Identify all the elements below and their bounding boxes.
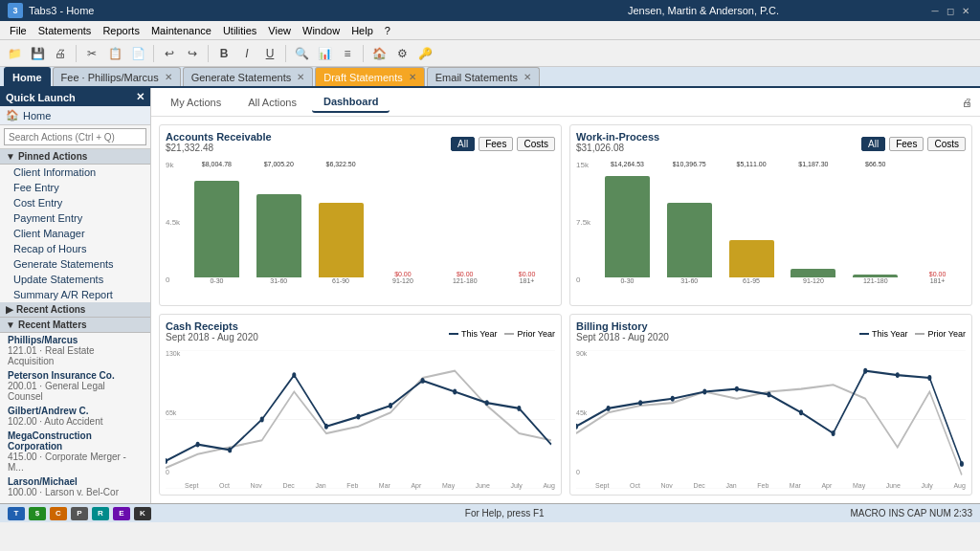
recent-label: Recent Actions	[16, 304, 85, 315]
sidebar-home[interactable]: 🏠 Home	[0, 106, 150, 125]
print-dashboard-btn[interactable]: 🖨	[962, 97, 972, 108]
minimize-btn[interactable]: ─	[928, 4, 942, 17]
wip-filter-costs[interactable]: Costs	[927, 137, 966, 151]
menu-maintenance[interactable]: Maintenance	[145, 23, 217, 38]
tab-generate-close[interactable]: ✕	[297, 72, 304, 82]
status-icon-5[interactable]: R	[92, 507, 109, 520]
sidebar-item-ar-report[interactable]: Summary A/R Report	[0, 287, 150, 302]
menu-statements[interactable]: Statements	[33, 23, 98, 38]
wip-filter-all[interactable]: All	[861, 137, 885, 151]
print-btn[interactable]: 🖨	[50, 43, 71, 64]
tab-all-actions[interactable]: All Actions	[236, 93, 308, 112]
menu-view[interactable]: View	[262, 23, 297, 38]
italic-btn[interactable]: I	[236, 43, 257, 64]
sidebar-matter-gilbert[interactable]: Gilbert/Andrew C. 102.00 · Auto Accident	[0, 404, 150, 429]
matter-sub-2: 200.01 · General Legal Counsel	[8, 381, 143, 402]
quick-launch-label: Quick Launch	[6, 92, 76, 103]
matter-sub-1: 121.01 · Real Estate Acquisition	[8, 345, 143, 366]
list-btn[interactable]: ≡	[337, 43, 358, 64]
search-btn[interactable]: 🔍	[291, 43, 312, 64]
tab-my-actions[interactable]: My Actions	[159, 93, 233, 112]
tab-dashboard[interactable]: Dashboard	[312, 92, 390, 113]
status-icons: T $ C P R E K	[8, 507, 151, 520]
matter-name-5: Larson/Michael	[8, 476, 143, 487]
sidebar-matter-mega[interactable]: MegaConstruction Corporation 415.00 · Co…	[0, 429, 150, 474]
tab-email[interactable]: Email Statements ✕	[427, 67, 540, 86]
toolbar-sep-4	[285, 45, 286, 62]
copy-btn[interactable]: 📋	[104, 43, 125, 64]
sidebar-item-client-info[interactable]: Client Information	[0, 165, 150, 180]
menu-file[interactable]: File	[4, 23, 33, 38]
wip-bar-31-60: $10,396.75 31-60	[661, 161, 718, 284]
billing-chart-area: 90k 45k 0 Sept Oct Nov Dec Jan Feb Mar A…	[576, 350, 966, 489]
underline-btn[interactable]: U	[259, 43, 280, 64]
sidebar-matter-phillips[interactable]: Phillips/Marcus 121.01 · Real Estate Acq…	[0, 333, 150, 368]
tab-generate[interactable]: Generate Statements ✕	[183, 67, 314, 86]
cash-x-apr: Apr	[411, 482, 421, 489]
ar-bar-91-120: $0.00 91-120	[374, 161, 431, 284]
tab-home[interactable]: Home	[4, 67, 51, 86]
cash-point-jan	[292, 372, 296, 378]
close-btn[interactable]: ✕	[959, 4, 972, 17]
sidebar-item-gen-stmt[interactable]: Generate Statements	[0, 256, 150, 272]
undo-btn[interactable]: ↩	[159, 43, 180, 64]
billing-prior-year-line	[576, 385, 962, 474]
menu-utilities[interactable]: Utilities	[217, 23, 262, 38]
tab-draft-close[interactable]: ✕	[409, 72, 416, 82]
cash-subtitle: Sept 2018 - Aug 2020	[166, 332, 258, 342]
sidebar-item-recap[interactable]: Recap of Hours	[0, 241, 150, 256]
matters-label: Recent Matters	[18, 320, 87, 330]
cash-x-sept: Sept	[185, 482, 198, 489]
sidebar-item-cost-entry[interactable]: Cost Entry	[0, 195, 150, 210]
sidebar-close-icon[interactable]: ✕	[136, 91, 145, 103]
menu-reports[interactable]: Reports	[97, 23, 145, 38]
status-icon-4[interactable]: P	[71, 507, 88, 520]
tab-email-close[interactable]: ✕	[523, 72, 531, 82]
wip-filter-fees[interactable]: Fees	[889, 137, 924, 151]
ar-filter-all[interactable]: All	[451, 137, 475, 151]
menu-question[interactable]: ?	[379, 23, 396, 38]
status-icon-1[interactable]: T	[8, 507, 25, 520]
status-icon-7[interactable]: K	[134, 507, 151, 520]
restore-btn[interactable]: ◻	[944, 4, 957, 17]
paste-btn[interactable]: 📄	[127, 43, 148, 64]
sidebar-matter-peterson[interactable]: Peterson Insurance Co. 200.01 · General …	[0, 368, 150, 404]
pinned-actions-header[interactable]: ▼ Pinned Actions	[0, 149, 150, 165]
settings-btn[interactable]: ⚙	[391, 43, 412, 64]
status-icon-2[interactable]: $	[29, 507, 46, 520]
cut-btn[interactable]: ✂	[81, 43, 102, 64]
ar-filter-fees[interactable]: Fees	[479, 137, 513, 151]
status-icon-6[interactable]: E	[113, 507, 130, 520]
save-btn[interactable]: 💾	[27, 43, 48, 64]
tab-fee-phillips[interactable]: Fee · Phillips/Marcus ✕	[53, 67, 181, 86]
billing-legend: This Year Prior Year	[859, 329, 966, 339]
menu-window[interactable]: Window	[297, 23, 345, 38]
bold-btn[interactable]: B	[213, 43, 234, 64]
billing-this-year-line	[576, 371, 962, 464]
ar-filter-costs[interactable]: Costs	[517, 137, 555, 151]
menu-help[interactable]: Help	[345, 23, 379, 38]
billing-x-oct: Oct	[630, 482, 640, 489]
sidebar-item-payment[interactable]: Payment Entry	[0, 210, 150, 226]
tab-fee-close[interactable]: ✕	[165, 72, 172, 82]
pinned-label: Pinned Actions	[18, 151, 87, 162]
sidebar-item-upd-stmt[interactable]: Update Statements	[0, 272, 150, 287]
tab-draft[interactable]: Draft Statements ✕	[315, 67, 425, 86]
new-btn[interactable]: 📁	[4, 43, 25, 64]
tab-draft-label: Draft Statements	[323, 72, 403, 83]
billing-this-year-label: This Year	[872, 329, 908, 339]
sidebar-item-fee-entry[interactable]: Fee Entry	[0, 180, 150, 195]
sidebar-matter-larson[interactable]: Larson/Michael 100.00 · Larson v. Bel-Co…	[0, 474, 150, 499]
recent-actions-header[interactable]: ▶ Recent Actions	[0, 302, 150, 318]
sidebar-item-client-mgr[interactable]: Client Manager	[0, 226, 150, 241]
report-btn[interactable]: 📊	[314, 43, 335, 64]
status-icon-3[interactable]: C	[50, 507, 67, 520]
billing-point-aug-2	[960, 461, 964, 467]
search-input[interactable]	[4, 128, 146, 145]
ar-chart-panel: Accounts Receivable $21,332.48 All Fees …	[159, 124, 562, 306]
home-btn[interactable]: 🏠	[368, 43, 390, 64]
redo-btn[interactable]: ↪	[182, 43, 203, 64]
recent-matters-header[interactable]: ▼ Recent Matters	[0, 318, 150, 333]
wip-bar-91-120: $1,187.30 91-120	[785, 161, 841, 284]
key-btn[interactable]: 🔑	[414, 43, 435, 64]
